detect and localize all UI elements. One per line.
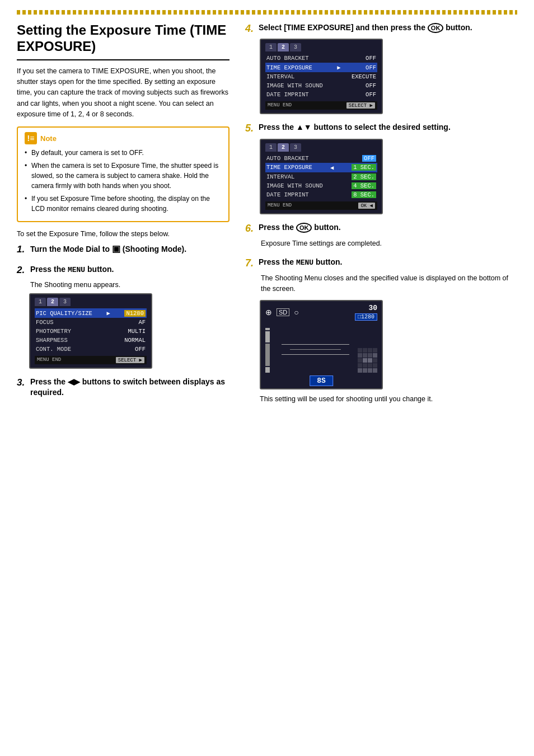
cam-icon-sd: SD xyxy=(277,308,289,316)
step-4-num: 4. xyxy=(245,22,256,35)
note-box: !≡ Note By default, your camera is set t… xyxy=(17,126,229,222)
cam-icon-circle: ○ xyxy=(294,308,298,317)
cam-grid-cell xyxy=(358,363,362,368)
cam-grid-cell xyxy=(373,353,377,358)
page-title: Setting the Exposure Time (TIME EXPOSURE… xyxy=(17,22,229,60)
intro-text: If you set the camera to TIME EXPOSURE, … xyxy=(17,66,229,120)
cam-grid-cell xyxy=(363,353,367,358)
cam-icon-loop: ⊕ xyxy=(265,308,272,317)
cam-grid-cell xyxy=(358,358,362,363)
step-3: 3. Press the ◀▶ buttons to switch betwee… xyxy=(17,377,229,397)
cam-number: 30 xyxy=(368,304,377,312)
menu-tab-4-2: 2 xyxy=(278,43,289,51)
menu-tab-2: 2 xyxy=(47,298,58,306)
menu-row5-timeexposure: TIME EXPOSURE◀1 SEC. xyxy=(265,163,377,172)
menu-tab-5-2: 2 xyxy=(278,143,289,152)
steps-intro: To set the Exposure Time, follow the ste… xyxy=(17,230,229,238)
step-2-text: Press the MENU button. xyxy=(30,264,114,275)
menu-row-quality: PIC QUALITY/SIZE▶N1280 xyxy=(35,308,147,318)
cam-bar-3 xyxy=(265,344,270,366)
menu-tab-3: 3 xyxy=(59,298,71,306)
menu-row-timeexposure: TIME EXPOSURE▶OFF xyxy=(265,63,377,72)
cam-bar-4 xyxy=(265,367,270,373)
step-5-text: Press the ▲▼ buttons to select the desir… xyxy=(259,122,451,132)
note-icon: !≡ xyxy=(25,132,37,144)
cam-grid-cell xyxy=(368,363,372,368)
menu-row-cont: CONT. MODEOFF xyxy=(35,345,147,354)
step-2-num: 2. xyxy=(17,264,28,276)
cam-grid-cell xyxy=(368,353,372,358)
step-2-body: The Shooting menu appears. xyxy=(30,280,229,290)
step-3-num: 3. xyxy=(17,377,28,389)
step-3-text: Press the ◀▶ buttons to switch between d… xyxy=(30,377,229,397)
cam-grid-cell xyxy=(363,363,367,368)
step-1: 1. Turn the Mode Dial to ▣ (Shooting Mod… xyxy=(17,243,229,256)
menu-row5-imagewithsound: IMAGE WITH SOUND4 SEC. xyxy=(265,181,377,190)
menu-footer-step5: MENU END OK ◀ xyxy=(265,201,377,210)
step-6-num: 6. xyxy=(245,222,256,235)
menu-footer-step4: MENU END SELECT ▶ xyxy=(265,101,377,110)
step-6-text: Press the OK button. xyxy=(259,222,341,233)
step-2: 2. Press the MENU button. The Shooting m… xyxy=(17,264,229,369)
cam-grid-cell xyxy=(373,358,377,363)
cam-bar-1 xyxy=(265,328,270,330)
step-2-heading: 2. Press the MENU button. xyxy=(17,264,229,276)
cam-grid-cell xyxy=(373,368,377,373)
menu-row5-dateimprint: DATE IMPRINT8 SEC. xyxy=(265,190,377,199)
cam-bottom-val: 8S xyxy=(310,375,333,386)
menu-footer-step2: MENU END SELECT ▶ xyxy=(35,356,147,364)
menu-tab-5-3: 3 xyxy=(290,143,301,152)
step-6-body: Exposure Time settings are completed. xyxy=(261,238,517,249)
note-header: !≡ Note xyxy=(25,132,222,144)
note-item-3: If you set Exposure Time before shooting… xyxy=(25,194,222,214)
menu-tab-4-1: 1 xyxy=(265,43,277,51)
menu-row-focus: FOCUSAF xyxy=(35,318,147,327)
step-4: 4. Select [TIME EXPOSURE] and then press… xyxy=(245,22,517,114)
cam-grid-cell xyxy=(363,368,367,373)
menu-screen-step2: 1 2 3 PIC QUALITY/SIZE▶N1280 FOCUSAF PHO… xyxy=(29,293,152,369)
menu-screen-step5: 1 2 3 AUTO BRACKETOFF TIME EXPOSURE◀1 SE… xyxy=(260,139,383,214)
menu-tabs-step2: 1 2 3 xyxy=(35,298,147,306)
cam-res-box: □1280 xyxy=(355,313,377,321)
final-text: This setting will be used for shooting u… xyxy=(260,394,517,405)
cam-grid-cell xyxy=(363,348,367,353)
menu-tabs-step4: 1 2 3 xyxy=(265,43,377,51)
menu-tab-4-3: 3 xyxy=(290,43,301,51)
top-decorative-border xyxy=(17,10,517,15)
note-list: By default, your camera is set to OFF. W… xyxy=(25,148,222,214)
cam-grid-cell xyxy=(373,348,377,353)
menu-tab-1: 1 xyxy=(35,298,46,306)
step-7: 7. Press the MENU button. The Shooting M… xyxy=(245,257,517,405)
cam-grid-cell xyxy=(363,358,367,363)
step-5-heading: 5. Press the ▲▼ buttons to select the de… xyxy=(245,122,517,135)
cam-grid-cell xyxy=(358,353,362,358)
camera-display: ⊕ SD ○ 30 □1280 xyxy=(260,300,383,389)
menu-row-sharpness: SHARPNESSNORMAL xyxy=(35,336,147,345)
menu-row5-interval: INTERVAL2 SEC. xyxy=(265,172,377,181)
step-4-text: Select [TIME EXPOSURE] and then press th… xyxy=(259,22,472,33)
cam-grid-cell xyxy=(368,368,372,373)
step-1-text: Turn the Mode Dial to ▣ (Shooting Mode). xyxy=(30,243,186,255)
menu-tabs-step5: 1 2 3 xyxy=(265,143,377,152)
cam-bar-2 xyxy=(265,331,270,342)
step-5-num: 5. xyxy=(245,122,256,135)
note-item-1: By default, your camera is set to OFF. xyxy=(25,148,222,158)
step-1-num: 1. xyxy=(17,243,28,256)
step-7-heading: 7. Press the MENU button. xyxy=(245,257,517,270)
step-6: 6. Press the OK button. Exposure Time se… xyxy=(245,222,517,249)
page: Setting the Exposure Time (TIME EXPOSURE… xyxy=(0,0,534,756)
step-7-body: The Shooting Menu closes and the specifi… xyxy=(261,273,517,294)
cam-grid-cell xyxy=(358,368,362,373)
menu-row-photometry: PHOTOMETRYMULTI xyxy=(35,327,147,336)
step-1-heading: 1. Turn the Mode Dial to ▣ (Shooting Mod… xyxy=(17,243,229,256)
menu-row-dateimprint: DATE IMPRINTOFF xyxy=(265,90,377,99)
step-5: 5. Press the ▲▼ buttons to select the de… xyxy=(245,122,517,214)
menu-tab-5-1: 1 xyxy=(265,143,277,152)
cam-grid-cell xyxy=(368,358,372,363)
menu-screen-step4: 1 2 3 AUTO BRACKETOFF TIME EXPOSURE▶OFF … xyxy=(260,39,383,114)
note-label: Note xyxy=(40,134,57,143)
left-column: Setting the Exposure Time (TIME EXPOSURE… xyxy=(17,22,229,739)
step-6-heading: 6. Press the OK button. xyxy=(245,222,517,235)
step-4-heading: 4. Select [TIME EXPOSURE] and then press… xyxy=(245,22,517,35)
step-7-num: 7. xyxy=(245,257,256,270)
